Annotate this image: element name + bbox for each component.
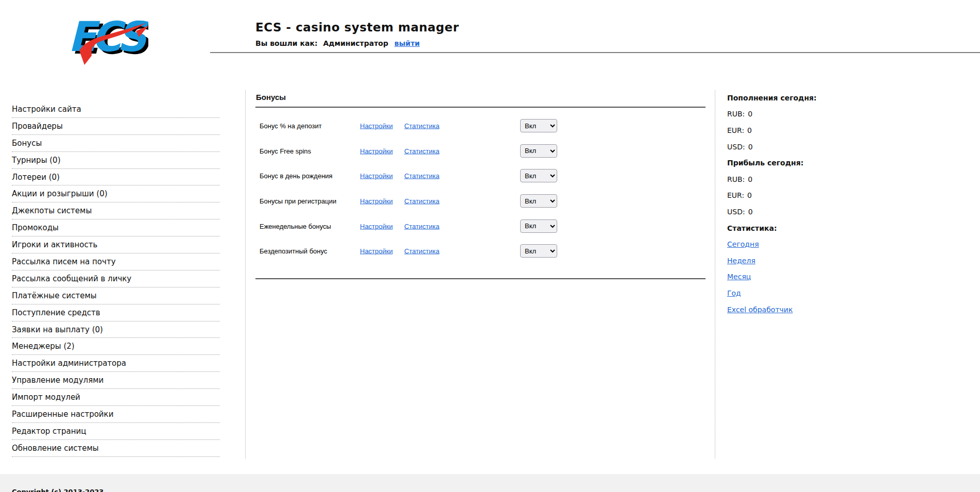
statistics-link[interactable]: Статистика: [404, 197, 439, 205]
sidebar-item-module-import[interactable]: Импорт модулей: [12, 389, 220, 406]
currency-value: 0: [747, 191, 752, 199]
sidebar-item-site-settings[interactable]: Настройки сайта: [12, 101, 220, 118]
page-title: ECS - casino system manager: [255, 21, 459, 34]
statistics-link[interactable]: Статистика: [404, 247, 439, 255]
bonuses-top-divider: [255, 107, 706, 108]
footer-copyright: Copyright (c) 2013-2023: [12, 488, 104, 492]
stats-panel: Пополнения сегодня: RUB: 0 EUR: 0 USD: 0…: [727, 90, 892, 317]
bonus-toggle-select[interactable]: Вкл: [520, 119, 557, 132]
currency-value: 0: [748, 110, 752, 118]
currency-value: 0: [748, 175, 752, 183]
settings-link[interactable]: Настройки: [360, 222, 393, 230]
bonuses-section: Бонусы Бонус % на депозит Настройки Стат…: [255, 89, 706, 101]
statistics-link[interactable]: Статистика: [404, 122, 439, 130]
statistics-link[interactable]: Статистика: [404, 147, 439, 155]
deposits-today-header: Пополнения сегодня:: [727, 90, 892, 106]
sidebar-item-lotteries[interactable]: Лотереи (0): [12, 169, 220, 186]
statistics-link[interactable]: Статистика: [404, 222, 439, 230]
currency-label: USD:: [727, 208, 745, 216]
divider-sidebar-main: [245, 90, 246, 459]
profit-rub-line: RUB: 0: [727, 171, 892, 188]
stats-link-today[interactable]: Сегодня: [727, 240, 759, 248]
profit-today-header: Прибыль сегодня:: [727, 155, 892, 171]
bonus-toggle-select[interactable]: Вкл: [520, 244, 557, 258]
sidebar-item-pm-mailing[interactable]: Рассылка сообщений в личку: [12, 270, 220, 287]
sidebar-item-email-mailing[interactable]: Рассылка писем на почту: [12, 253, 220, 270]
currency-label: EUR:: [727, 191, 744, 199]
sidebar-menu: Настройки сайта Провайдеры Бонусы Турнир…: [12, 101, 220, 457]
deposit-usd-line: USD: 0: [727, 139, 892, 155]
login-status: Вы вошли как: Администратор выйти: [255, 39, 420, 47]
bonus-toggle-select[interactable]: Вкл: [520, 169, 557, 182]
settings-link[interactable]: Настройки: [360, 147, 393, 155]
profit-eur-line: EUR: 0: [727, 188, 892, 204]
settings-link[interactable]: Настройки: [360, 122, 393, 130]
stats-link-year[interactable]: Год: [727, 289, 741, 297]
bonus-name: Бонус в день рождения: [260, 172, 333, 180]
sidebar-item-promocodes[interactable]: Промокоды: [12, 219, 220, 236]
sidebar-item-tournaments[interactable]: Турниры (0): [12, 152, 220, 169]
sidebar-item-managers[interactable]: Менеджеры (2): [12, 338, 220, 355]
bonus-toggle-select[interactable]: Вкл: [520, 219, 557, 233]
stats-link-excel[interactable]: Excel обработчик: [727, 306, 793, 314]
currency-label: RUB:: [727, 110, 745, 118]
sidebar-item-advanced-settings[interactable]: Расширенные настройки: [12, 406, 220, 423]
currency-label: USD:: [727, 143, 745, 151]
settings-link[interactable]: Настройки: [360, 172, 393, 180]
currency-value: 0: [748, 208, 753, 216]
sidebar-item-incoming-funds[interactable]: Поступление средств: [12, 304, 220, 321]
sidebar-item-providers[interactable]: Провайдеры: [12, 118, 220, 135]
bonus-name: Еженедельные бонусы: [260, 222, 331, 230]
currency-label: RUB:: [727, 175, 745, 183]
sidebar-item-players-activity[interactable]: Игроки и активность: [12, 236, 220, 253]
bonuses-heading: Бонусы: [255, 89, 706, 101]
divider-main-right: [715, 90, 715, 459]
bonus-row-free-spins: Бонус Free spins Настройки Статистика Вк…: [255, 139, 706, 164]
sidebar-item-payment-systems[interactable]: Платёжные системы: [12, 287, 220, 304]
ecs-logo: ECS ECS: [61, 7, 148, 65]
currency-label: EUR:: [727, 126, 744, 134]
sidebar-item-jackpots[interactable]: Джекпоты системы: [12, 202, 220, 219]
deposit-rub-line: RUB: 0: [727, 106, 892, 123]
stats-link-week[interactable]: Неделя: [727, 257, 755, 265]
logout-link[interactable]: выйти: [394, 39, 420, 47]
settings-link[interactable]: Настройки: [360, 197, 393, 205]
sidebar-item-promotions[interactable]: Акции и розыгрыши (0): [12, 185, 220, 202]
statistics-link[interactable]: Статистика: [404, 172, 439, 180]
statistics-header: Статистика:: [727, 220, 892, 236]
sidebar-item-admin-settings[interactable]: Настройки администратора: [12, 355, 220, 372]
sidebar-item-bonuses[interactable]: Бонусы: [12, 135, 220, 152]
bonus-toggle-select[interactable]: Вкл: [520, 194, 557, 208]
bonus-toggle-select[interactable]: Вкл: [520, 144, 557, 158]
sidebar-item-module-management[interactable]: Управление модулями: [12, 372, 220, 389]
bonus-name: Бонус % на депозит: [260, 122, 322, 130]
profit-usd-line: USD: 0: [727, 203, 892, 220]
bonus-row-birthday: Бонус в день рождения Настройки Статисти…: [255, 163, 706, 189]
sidebar-item-payout-requests[interactable]: Заявки на выплату (0): [12, 321, 220, 338]
sidebar-item-page-editor[interactable]: Редактор страниц: [12, 423, 220, 440]
footer: Copyright (c) 2013-2023: [0, 474, 980, 492]
login-user: Администратор: [323, 39, 388, 47]
bonus-name: Бездепозитный бонус: [260, 247, 327, 255]
bonus-row-weekly: Еженедельные бонусы Настройки Статистика…: [255, 213, 706, 239]
settings-link[interactable]: Настройки: [360, 247, 393, 255]
bonus-name: Бонусы при регистрации: [260, 197, 336, 205]
sidebar-item-system-update[interactable]: Обновление системы: [12, 440, 220, 457]
stats-link-month[interactable]: Месяц: [727, 273, 751, 281]
currency-value: 0: [747, 126, 752, 134]
login-label: Вы вошли как:: [255, 39, 318, 47]
deposit-eur-line: EUR: 0: [727, 122, 892, 139]
currency-value: 0: [748, 143, 753, 151]
bonuses-bottom-divider: [255, 278, 706, 279]
bonus-row-deposit-percent: Бонус % на депозит Настройки Статистика …: [255, 113, 706, 139]
bonus-name: Бонус Free spins: [260, 147, 311, 155]
header-divider: [210, 52, 980, 53]
bonus-rows: Бонус % на депозит Настройки Статистика …: [255, 113, 706, 264]
bonus-row-no-deposit: Бездепозитный бонус Настройки Статистика…: [255, 239, 706, 264]
bonus-row-registration: Бонусы при регистрации Настройки Статист…: [255, 189, 706, 214]
